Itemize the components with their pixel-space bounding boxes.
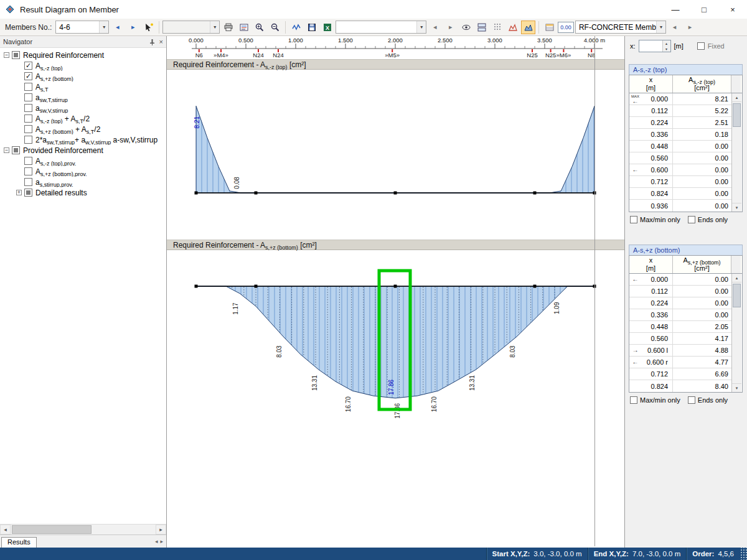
spin-up-icon[interactable]: ▴ bbox=[663, 40, 670, 46]
diagram-bottom[interactable]: 1.178.0313.3116.7017.8617.8616.7013.318.… bbox=[167, 250, 625, 437]
next-case-button[interactable]: ▸ bbox=[443, 21, 458, 34]
table-row[interactable]: MAX←0.0008.21 bbox=[629, 93, 731, 105]
tree-checkbox[interactable] bbox=[24, 125, 32, 133]
tree-checkbox[interactable] bbox=[12, 146, 20, 154]
tree-item-12[interactable]: as,stirrup,prov. bbox=[0, 177, 166, 187]
x-position-spinner[interactable]: ▴ ▾ bbox=[639, 40, 671, 52]
table-row[interactable]: 0.7120.00 bbox=[629, 176, 731, 188]
tree-item-2[interactable]: ✓As,+z (bottom) bbox=[0, 71, 166, 82]
display-values-button[interactable]: 0.00 bbox=[558, 22, 574, 33]
table-vscrollbar[interactable]: ▴▾ bbox=[731, 274, 741, 392]
minus-expander-icon[interactable]: − bbox=[4, 147, 9, 153]
diagram-outline-button[interactable] bbox=[505, 21, 520, 34]
minus-expander-icon[interactable]: − bbox=[4, 52, 9, 58]
result-table-toggle-button[interactable] bbox=[542, 21, 557, 34]
pick-member-button[interactable] bbox=[141, 21, 156, 34]
tree-checkbox[interactable] bbox=[24, 167, 32, 175]
next-member-button[interactable]: ▸ bbox=[126, 21, 140, 34]
checkbox-max-min-only[interactable]: Max/min only bbox=[630, 216, 680, 223]
table-row[interactable]: 0.5600.00 bbox=[629, 152, 731, 164]
prev-case-button[interactable]: ◂ bbox=[428, 21, 442, 34]
scroll-down-icon[interactable]: ▾ bbox=[732, 203, 741, 212]
table-row[interactable]: 0.3360.00 bbox=[629, 309, 731, 321]
pin-icon[interactable] bbox=[149, 39, 156, 45]
export-excel-button[interactable]: X bbox=[320, 21, 334, 34]
table-row[interactable]: 0.8240.00 bbox=[629, 188, 731, 200]
scroll-up-icon[interactable]: ▴ bbox=[732, 93, 741, 102]
diagram-top[interactable]: 8.210.08 bbox=[167, 70, 625, 240]
table-row[interactable]: 0.2242.51 bbox=[629, 117, 731, 129]
print-button[interactable] bbox=[221, 21, 235, 34]
table-row[interactable]: 0.4480.00 bbox=[629, 141, 731, 152]
spin-down-icon[interactable]: ▾ bbox=[663, 46, 670, 52]
table-row[interactable]: 0.8248.40 bbox=[629, 380, 731, 392]
table-row[interactable]: 0.1125.22 bbox=[629, 105, 731, 117]
dropdown-icon[interactable]: ▾ bbox=[210, 21, 219, 33]
tabs-scroll-left-icon[interactable]: ◂ bbox=[155, 538, 158, 544]
tree-checkbox[interactable] bbox=[24, 157, 32, 165]
position-cursor-line[interactable] bbox=[594, 36, 595, 546]
scroll-track[interactable] bbox=[11, 525, 156, 534]
tree-checkbox[interactable]: ✓ bbox=[24, 62, 32, 70]
fixed-checkbox[interactable] bbox=[697, 42, 705, 50]
table-row[interactable]: 0.3360.18 bbox=[629, 129, 731, 141]
table-row[interactable]: ←0.600 r4.77 bbox=[629, 357, 731, 368]
checkbox-max-min-only[interactable]: Max/min only bbox=[630, 396, 680, 404]
tree-item-13[interactable]: +Detailed results bbox=[0, 187, 166, 198]
close-button[interactable]: × bbox=[718, 0, 747, 19]
tree-item-1[interactable]: ✓As,-z (top) bbox=[0, 60, 166, 71]
tree-item-0[interactable]: −Required Reinforcement bbox=[0, 50, 166, 60]
minimize-button[interactable]: — bbox=[661, 0, 690, 19]
table-vscrollbar[interactable]: ▴▾ bbox=[731, 93, 741, 212]
tree-item-8[interactable]: 2*asw,T,stirrup+ aw,V,stirrup a-sw,V,sti… bbox=[0, 134, 166, 145]
table-row[interactable]: 0.9360.00 bbox=[629, 200, 731, 212]
scroll-left-icon[interactable]: ◂ bbox=[0, 525, 11, 534]
tree-item-11[interactable]: As,+z (bottom),prov. bbox=[0, 166, 166, 177]
prev-member-button[interactable]: ◂ bbox=[110, 21, 125, 34]
display-properties-button[interactable] bbox=[237, 21, 251, 34]
tree-item-9[interactable]: −Provided Reinforcement bbox=[0, 145, 166, 156]
checkbox-box[interactable] bbox=[630, 216, 637, 223]
tree-item-7[interactable]: As,+z (bottom) + As,T/2 bbox=[0, 124, 166, 134]
dropdown-icon[interactable]: ▾ bbox=[416, 21, 426, 33]
diagram-filled-button[interactable] bbox=[521, 21, 535, 34]
dropdown-icon[interactable]: ▾ bbox=[99, 21, 108, 33]
tree-item-5[interactable]: asw,V,stirrup bbox=[0, 103, 166, 113]
zoom-out-button[interactable] bbox=[268, 21, 282, 34]
tabs-scroll-right-icon[interactable]: ▸ bbox=[160, 538, 163, 544]
scroll-thumb[interactable] bbox=[733, 103, 741, 127]
table-row[interactable]: ←0.0000.00 bbox=[629, 274, 731, 286]
load-case-combo[interactable]: ▾ bbox=[336, 21, 426, 34]
scroll-right-icon[interactable]: ▸ bbox=[156, 525, 166, 534]
plus-expander-icon[interactable]: + bbox=[16, 190, 22, 195]
members-no-combo[interactable]: 4-6 ▾ bbox=[55, 21, 109, 34]
tree-checkbox[interactable] bbox=[24, 93, 32, 101]
tree-checkbox[interactable]: ✓ bbox=[24, 72, 32, 80]
tree-checkbox[interactable] bbox=[24, 104, 32, 112]
section-points-button[interactable] bbox=[490, 21, 504, 34]
diagram-area[interactable]: 0.0000.5001.0001.5002.0002.5003.0003.500… bbox=[167, 36, 625, 548]
next-module-button[interactable]: ▸ bbox=[683, 21, 697, 34]
result-type-combo[interactable]: ▾ bbox=[162, 21, 220, 34]
tab-results[interactable]: Results bbox=[1, 537, 37, 548]
scroll-down-icon[interactable]: ▾ bbox=[732, 383, 741, 392]
table-row[interactable]: ←0.6000.00 bbox=[629, 164, 731, 176]
resize-grip[interactable] bbox=[740, 548, 747, 560]
tree-checkbox[interactable] bbox=[24, 83, 32, 91]
tree-item-4[interactable]: asw,T,stirrup bbox=[0, 92, 166, 103]
maximize-button[interactable]: □ bbox=[690, 0, 718, 19]
visibility-button[interactable] bbox=[459, 21, 473, 34]
table-row[interactable]: 0.5604.17 bbox=[629, 333, 731, 345]
tree-checkbox[interactable] bbox=[12, 51, 20, 59]
checkbox-box[interactable] bbox=[688, 216, 695, 223]
smooth-results-button[interactable] bbox=[289, 21, 303, 34]
tree-checkbox[interactable] bbox=[24, 114, 32, 123]
tree-checkbox[interactable] bbox=[24, 178, 32, 186]
scroll-up-icon[interactable]: ▴ bbox=[732, 274, 741, 282]
save-diagram-button[interactable] bbox=[304, 21, 319, 34]
zoom-in-button[interactable] bbox=[252, 21, 266, 34]
checkbox-ends-only[interactable]: Ends only bbox=[688, 396, 728, 404]
prev-module-button[interactable]: ◂ bbox=[667, 21, 682, 34]
module-combo[interactable]: RF-CONCRETE Members ▾ bbox=[575, 21, 666, 34]
table-row[interactable]: →0.600 l4.88 bbox=[629, 345, 731, 357]
